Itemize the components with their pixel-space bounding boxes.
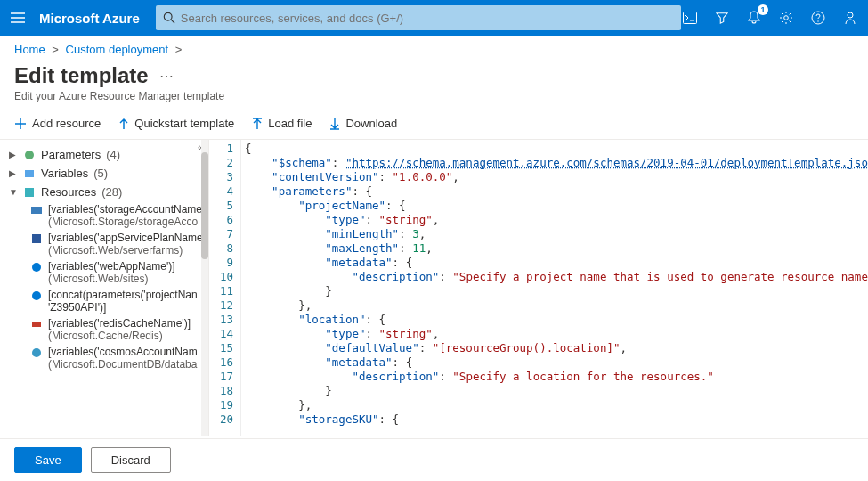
breadcrumb: Home > Custom deployment > — [0, 36, 868, 60]
notification-badge: 1 — [758, 4, 768, 15]
svg-point-0 — [164, 12, 172, 20]
breadcrumb-separator: > — [175, 43, 183, 56]
web-app-icon — [30, 289, 43, 302]
tree-scrollbar-thumb[interactable] — [201, 152, 208, 259]
save-button[interactable]: Save — [14, 447, 82, 473]
resources-icon — [23, 186, 36, 199]
svg-line-1 — [171, 20, 174, 23]
variables-icon — [23, 167, 36, 180]
line-gutter: 1234567891011121314151617181920 — [209, 140, 241, 436]
cloud-shell-icon[interactable] — [681, 9, 699, 27]
help-icon[interactable] — [809, 9, 827, 27]
svg-point-13 — [32, 291, 41, 300]
code-editor[interactable]: 1234567891011121314151617181920 { "$sche… — [209, 140, 868, 436]
svg-rect-9 — [25, 188, 34, 197]
page-subtitle: Edit your Azure Resource Manager templat… — [0, 90, 868, 111]
download-icon — [329, 118, 340, 130]
code-content[interactable]: { "$schema": "https://schema.management.… — [241, 140, 868, 436]
add-resource-button[interactable]: Add resource — [14, 117, 101, 130]
more-actions-icon[interactable]: ⋯ — [159, 68, 174, 85]
redis-icon — [30, 318, 43, 330]
breadcrumb-home[interactable]: Home — [14, 43, 45, 56]
search-icon — [163, 12, 175, 24]
chevron-right-icon: ▶ — [9, 168, 18, 178]
settings-gear-icon[interactable] — [777, 9, 795, 27]
brand-label: Microsoft Azure — [39, 11, 140, 26]
download-button[interactable]: Download — [329, 117, 397, 130]
upload-arrow-icon — [118, 118, 129, 130]
resource-item-cosmos[interactable]: [variables('cosmosAccountNam(Microsoft.D… — [30, 344, 205, 372]
search-input[interactable] — [181, 12, 674, 25]
page-title: Edit template — [14, 63, 149, 88]
storage-icon — [30, 204, 43, 216]
discard-button[interactable]: Discard — [91, 447, 171, 473]
notifications-icon[interactable]: 1 — [745, 9, 763, 27]
svg-point-3 — [784, 16, 789, 20]
svg-point-15 — [32, 348, 41, 357]
resource-item-storage[interactable]: [variables('storageAccountName(Microsoft… — [30, 201, 205, 230]
svg-point-5 — [817, 20, 818, 21]
svg-point-6 — [848, 12, 853, 18]
svg-rect-10 — [31, 207, 42, 214]
global-search[interactable] — [156, 5, 681, 30]
parameters-icon — [23, 149, 36, 161]
app-service-plan-icon — [30, 232, 43, 245]
resource-item-webapp[interactable]: [variables('webAppName')](Microsoft.Web/… — [30, 258, 205, 287]
svg-rect-8 — [25, 170, 34, 177]
svg-rect-14 — [32, 322, 41, 327]
chevron-down-icon: ▼ — [9, 187, 18, 197]
directories-filter-icon[interactable] — [713, 9, 731, 27]
resource-item-appserviceplan[interactable]: [variables('appServicePlanName(Microsoft… — [30, 230, 205, 258]
tree-resources-node[interactable]: ▼ Resources (28) — [9, 183, 205, 201]
svg-rect-11 — [32, 234, 41, 243]
cosmos-db-icon — [30, 346, 43, 359]
resource-item-z3950api[interactable]: [concat(parameters('projectNan'Z3950API'… — [30, 287, 205, 315]
tree-variables-node[interactable]: ▶ Variables (5) — [9, 164, 205, 183]
svg-point-7 — [25, 151, 34, 159]
resource-item-redis[interactable]: [variables('redisCacheName')](Microsoft.… — [30, 315, 205, 344]
svg-rect-2 — [684, 12, 697, 24]
load-file-icon — [252, 118, 263, 130]
load-file-button[interactable]: Load file — [252, 117, 312, 130]
hamburger-menu-icon[interactable] — [9, 9, 27, 27]
breadcrumb-custom-deployment[interactable]: Custom deployment — [66, 43, 169, 56]
breadcrumb-separator: > — [52, 43, 59, 56]
feedback-icon[interactable] — [841, 9, 859, 27]
quickstart-template-button[interactable]: Quickstart template — [118, 117, 234, 130]
web-app-icon — [30, 261, 43, 273]
plus-icon — [14, 118, 27, 130]
svg-point-12 — [32, 263, 41, 272]
tree-parameters-node[interactable]: ▶ Parameters (4) — [9, 145, 205, 164]
chevron-right-icon: ▶ — [9, 150, 18, 159]
